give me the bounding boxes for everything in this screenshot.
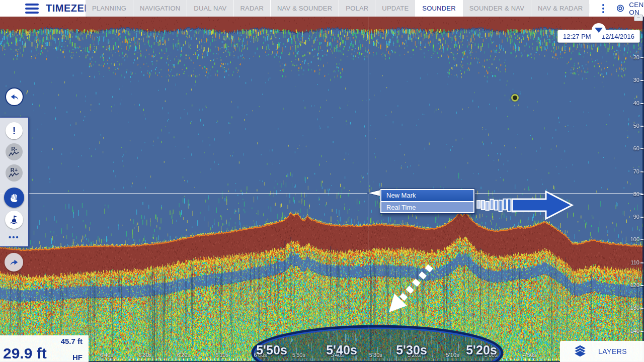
time-label-minor: 6'30s [138,352,151,358]
main-menu-bar: TIMEZERO PLANNINGNAVIGATIONDUAL NAVRADAR… [0,0,644,17]
back-arrow-icon [9,92,20,103]
context-menu: New MarkReal Time [380,189,474,213]
redo-button[interactable] [5,253,23,272]
buoy-icon [9,214,20,225]
right-arrow-icon [512,192,572,219]
undo-button[interactable] [5,87,24,106]
forward-arrow-icon [9,257,20,268]
menubar-divider [590,4,590,13]
time-label-magnified: 5'20s [466,343,497,357]
clock-dropdown-button[interactable] [592,23,606,37]
time-label-minor: 5'30s [369,352,382,358]
clock-panel: 12:27 PM 12/14/2016 [557,30,640,43]
sounder-echogram-canvas[interactable] [0,0,644,362]
tab-polar[interactable]: POLAR [339,0,375,17]
depth-readout-panel: 29.9 ft 45.7 ft HF [0,335,89,362]
time-label-minor: 6'10s [215,352,228,358]
alert-button[interactable]: ! [6,122,23,139]
depth-primary-value: 29.9 ft [3,345,47,362]
center-on-button[interactable]: CENTER ON [616,1,644,16]
context-menu-item-new-mark[interactable]: New Mark [381,190,473,201]
tab-radar[interactable]: RADAR [233,0,271,17]
range-minus-button[interactable]: R- [6,143,23,160]
time-display: 12:27 PM [563,33,591,40]
arrow-dash-trail [477,199,515,212]
range-plus-button[interactable]: R+ [6,164,23,182]
tab-sounder[interactable]: SOUNDER [416,0,462,17]
time-label-minor: 6'20s [177,352,190,358]
tab-nav-sounder[interactable]: NAV & SOUNDER [271,0,339,17]
hand-icon [9,192,20,203]
echo-trace-icon [9,151,20,156]
layers-button[interactable]: LAYERS [560,341,644,362]
minimize-button[interactable]: – [634,15,643,21]
exclamation-icon: ! [13,125,16,137]
time-label-minor: 5'50s [292,352,305,358]
sounder-toolbar: ! R- R+ [0,117,29,247]
time-label-magnified: 5'40s [326,343,357,357]
chevron-down-icon [595,28,603,33]
workspace-tabs: PLANNINGNAVIGATIONDUAL NAVRADARNAV & SOU… [86,0,590,17]
sounder-workspace: 2030405060708090100110120130140 6'40s6'3… [0,0,644,362]
time-label-magnified: 5'50s [256,343,287,357]
more-options-button[interactable] [599,2,607,15]
app-logo: TIMEZERO [0,0,86,17]
tab-sounder-nav[interactable]: SOUNDER & NAV [463,0,531,17]
pan-hand-tool-button[interactable] [4,188,24,208]
tab-nav-radar[interactable]: NAV & RADAR [531,0,590,17]
center-on-label: CENTER ON [629,1,644,16]
depth-secondary-value: 45.7 ft [61,337,83,345]
echo-trace-icon [9,172,20,177]
time-label-magnified: 5'30s [396,343,427,357]
range-plus-icon: R+ [11,167,18,172]
toolbar-more-button[interactable]: ••• [9,233,20,241]
time-label-minor: 5'10s [446,352,459,358]
time-label-minor: 4'50s [523,352,536,358]
center-target-icon [616,3,624,14]
buoy-mark-button[interactable] [5,211,23,229]
dashed-arrow-shaft [401,266,431,299]
drag-down-left-annotation-arrow [380,259,438,317]
tab-planning[interactable]: PLANNING [86,0,133,17]
date-display: 12/14/2016 [602,33,634,40]
context-menu-item-real-time[interactable]: Real Time [381,201,473,212]
layers-icon [573,345,587,358]
pan-right-annotation-arrow [473,187,579,226]
hamburger-menu-icon[interactable] [25,4,39,14]
layers-label: LAYERS [598,347,627,355]
range-minus-icon: R- [11,146,17,151]
frequency-mode-label: HF [72,353,83,361]
tab-navigation[interactable]: NAVIGATION [133,0,187,17]
time-label-minor: 6'40s [100,352,113,358]
echo-event-mark[interactable] [511,94,519,102]
tab-update[interactable]: UPDATE [375,0,416,17]
tab-dual-nav[interactable]: DUAL NAV [187,0,233,17]
